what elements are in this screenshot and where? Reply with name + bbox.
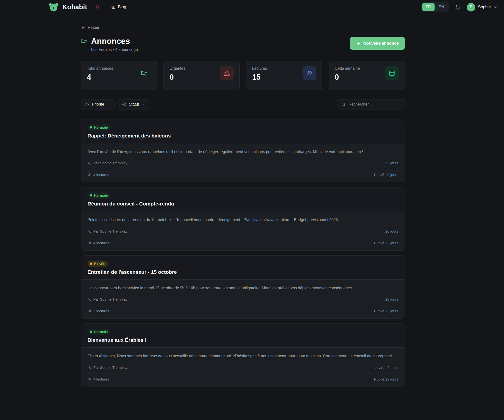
priority-badge: Normale <box>87 124 111 131</box>
chevron-down-icon <box>142 103 145 106</box>
arrow-left-icon <box>81 25 85 30</box>
announcement-body: L'ascenseur sera hors service le mardi 1… <box>87 285 398 291</box>
priority-dot-icon <box>90 331 92 333</box>
chevron-down-icon <box>494 5 498 9</box>
navbar: Kohabit Blog FR EN <box>0 0 504 14</box>
divider <box>87 237 398 237</box>
search-box <box>337 99 405 109</box>
search-input[interactable] <box>349 102 401 107</box>
page-header: Annonces Les Érables • 4 annonce(s) Nouv… <box>81 37 405 52</box>
lang-fr-button[interactable]: FR <box>422 3 435 11</box>
divider <box>87 169 398 169</box>
announcement-title: Rappel: Déneigement des balcons <box>87 133 398 139</box>
plus-icon <box>356 41 361 46</box>
announcement-age: environ 2 mois <box>374 365 398 370</box>
announcement-author: Par Sophie Tremblay <box>93 365 127 370</box>
language-toggle: FR EN <box>421 2 449 12</box>
brand-name: Kohabit <box>62 3 87 11</box>
priority-dot-icon <box>90 263 92 265</box>
announcement-reads: 4 lectures <box>93 241 109 245</box>
stat-card-week: Cette semaine 0 <box>329 61 405 90</box>
user-name: Sophie <box>478 5 491 10</box>
priority-filter-label: Priorité <box>92 102 104 107</box>
eye-icon <box>87 173 91 176</box>
bell-icon[interactable] <box>455 4 460 10</box>
announcement-age: 25 jours <box>385 161 398 165</box>
announcement-card[interactable]: Normale Rappel: Déneigement des balcons … <box>81 119 405 182</box>
main-content: Retour Annonces Les Érables • 4 annonce(… <box>81 14 405 420</box>
announcement-body: Chers résidents, Nous sommes heureux de … <box>87 353 398 359</box>
stat-label: Total annonces <box>87 66 113 71</box>
page-subtitle: Les Érables • 4 annonce(s) <box>91 48 138 52</box>
priority-badge: Normale <box>87 192 111 199</box>
priority-label: Normale <box>94 125 108 129</box>
avatar: S <box>467 3 475 11</box>
announcement-author: Par Sophie Tremblay <box>93 161 127 165</box>
person-icon <box>87 161 91 165</box>
announcement-card[interactable]: Normale Réunion du conseil - Compte-rend… <box>81 187 405 250</box>
announcement-reads: 4 lectures <box>93 377 109 381</box>
lang-en-button[interactable]: EN <box>435 3 448 11</box>
stat-value: 0 <box>335 73 360 82</box>
calendar-icon <box>385 66 399 80</box>
priority-badge: Élevée <box>87 261 108 267</box>
stat-label: Lectures <box>252 66 267 71</box>
stat-card-total: Total annonces 4 <box>81 61 157 90</box>
announcement-reads: 3 lectures <box>93 309 109 313</box>
stat-card-urgent: Urgentes 0 <box>163 61 240 90</box>
brand[interactable]: Kohabit <box>48 2 87 12</box>
blog-icon <box>111 5 116 10</box>
announcement-title: Entretien de l'ascenseur - 15 octobre <box>87 269 398 275</box>
eye-icon <box>87 309 91 313</box>
person-icon <box>87 297 91 301</box>
stat-card-reads: Lectures 15 <box>246 61 322 90</box>
page-title: Annonces <box>91 37 130 46</box>
blog-label: Blog <box>118 5 126 10</box>
alert-triangle-icon <box>85 102 89 107</box>
announcement-title: Réunion du conseil - Compte-rendu <box>87 201 398 207</box>
priority-badge: Normale <box>87 329 111 335</box>
announcement-card[interactable]: Élevée Entretien de l'ascenseur - 15 oct… <box>81 255 405 319</box>
stats-row: Total annonces 4 Urgentes 0 <box>81 61 405 90</box>
divider <box>87 373 398 373</box>
announcement-title: Bienvenue aux Érables ! <box>87 337 398 343</box>
search-icon <box>341 102 346 107</box>
status-filter-button[interactable]: Statut <box>118 99 149 109</box>
priority-filter-button[interactable]: Priorité <box>81 99 114 109</box>
stat-value: 0 <box>170 73 185 82</box>
filters-row: Priorité Statut <box>81 99 405 109</box>
priority-dot-icon <box>90 126 92 128</box>
stat-label: Urgentes <box>170 66 185 71</box>
alert-triangle-icon <box>220 66 234 80</box>
eye-icon <box>87 241 91 245</box>
eye-icon <box>303 66 316 80</box>
back-label: Retour <box>88 25 99 30</box>
announcement-published: Publié 23 jours <box>374 377 398 381</box>
status-filter-label: Statut <box>129 102 139 107</box>
announcement-body: Points discutés lors de la réunion du 1e… <box>87 217 398 223</box>
announcement-published: Publié 23 jours <box>374 173 398 177</box>
circle-check-icon <box>122 102 126 107</box>
announcement-author: Par Sophie Tremblay <box>93 297 127 301</box>
announcement-published: Publié 23 jours <box>374 241 398 245</box>
koala-logo-icon <box>48 2 59 12</box>
new-announcement-button[interactable]: Nouvelle annonce <box>350 37 405 50</box>
announcement-body: Avec l'arrivée de l'hiver, nous vous rap… <box>87 149 398 155</box>
nav-blog-link[interactable]: Blog <box>111 5 126 10</box>
maple-leaf-icon <box>95 4 100 10</box>
back-link[interactable]: Retour <box>81 25 99 30</box>
user-menu[interactable]: S Sophie <box>467 3 498 11</box>
person-icon <box>87 366 91 369</box>
eye-icon <box>87 377 91 381</box>
megaphone-icon <box>81 38 88 45</box>
announcement-age: 28 jours <box>385 297 398 301</box>
priority-label: Normale <box>94 193 108 197</box>
priority-dot-icon <box>90 194 92 196</box>
announcement-published: Publié 23 jours <box>374 309 398 313</box>
announcement-age: 26 jours <box>385 229 398 233</box>
announcement-card[interactable]: Normale Bienvenue aux Érables ! Chers ré… <box>81 323 405 387</box>
priority-label: Normale <box>94 330 108 334</box>
chevron-down-icon <box>107 103 110 106</box>
divider <box>87 305 398 305</box>
stat-value: 15 <box>252 73 267 82</box>
